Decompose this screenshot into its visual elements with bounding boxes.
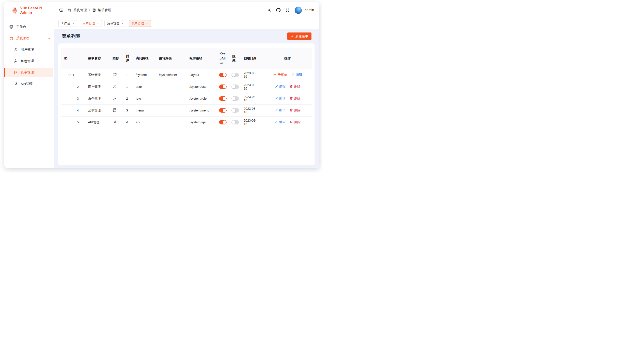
avatar[interactable]: [294, 7, 302, 14]
cell-actions: 编辑删除: [263, 93, 312, 105]
sidebar-item-menu[interactable]: 菜单管理: [4, 68, 53, 77]
switch-knob: [223, 109, 226, 112]
action-label: 编辑: [279, 108, 286, 112]
switch-knob: [223, 73, 226, 77]
cell-order: 3: [122, 105, 132, 116]
collapse-sidebar-icon[interactable]: [58, 8, 63, 13]
sidebar-item-label: 系统管理: [16, 36, 30, 40]
keepalive-toggle[interactable]: [219, 85, 226, 89]
action-edit-button[interactable]: 编辑: [274, 120, 286, 124]
action-label: 删除: [294, 96, 300, 101]
content: 菜单列表 新建菜单 ID菜单名称图标排序访问路径跳转路径组件路径KeepAliv…: [54, 29, 319, 168]
tab-workbench[interactable]: 工作台: [58, 20, 77, 27]
cell-icon: [109, 69, 122, 81]
sidebar-item-role[interactable]: 角色管理: [4, 56, 54, 66]
cell-created-date: 2023-08-16: [240, 116, 263, 128]
action-edit-button[interactable]: 编辑: [291, 73, 302, 77]
switch-knob: [232, 97, 235, 100]
sidebar: Vue FastAPI Admin 工作台系统管理用户管理角色管理菜单管理API…: [4, 2, 54, 168]
cell-id: 4: [61, 105, 84, 116]
cell-keepalive: [216, 93, 229, 105]
tab-close-icon[interactable]: [72, 22, 74, 25]
column-header-path: 访问路径: [132, 48, 156, 69]
plus-icon: [273, 73, 276, 76]
switch-knob: [232, 85, 235, 89]
action-submenu-button[interactable]: 子菜单: [273, 73, 287, 77]
action-edit-button[interactable]: 编辑: [274, 96, 286, 101]
keepalive-toggle[interactable]: [219, 120, 226, 124]
sidebar-item-label: 工作台: [16, 25, 26, 29]
cell-path: menu: [132, 105, 156, 116]
cell-id: 3: [61, 93, 84, 105]
action-delete-button[interactable]: 删除: [290, 96, 300, 101]
tab-close-icon[interactable]: [97, 22, 99, 25]
sidebar-item-workbench[interactable]: 工作台: [4, 22, 54, 31]
theme-toggle-icon[interactable]: [267, 8, 271, 12]
tab-label: 用户管理: [82, 22, 95, 26]
cell-menu-name: API管理: [84, 116, 109, 128]
hidden-toggle[interactable]: [232, 120, 239, 124]
breadcrumb-label: 菜单管理: [98, 8, 111, 13]
keepalive-toggle[interactable]: [219, 96, 226, 101]
topbar-tools: admin: [267, 7, 314, 14]
new-menu-button[interactable]: 新建菜单: [287, 33, 312, 40]
menu-icon: [14, 70, 18, 75]
column-header-order: 排序: [122, 48, 132, 69]
cell-redirect: [156, 105, 186, 116]
tab-close-icon[interactable]: [121, 22, 124, 25]
switch-knob: [223, 121, 226, 124]
action-delete-button[interactable]: 删除: [290, 85, 300, 89]
action-edit-button[interactable]: 编辑: [274, 108, 286, 112]
keepalive-toggle[interactable]: [219, 108, 226, 113]
switch-knob: [232, 73, 235, 77]
github-icon[interactable]: [276, 8, 280, 12]
edit-icon: [274, 108, 278, 112]
breadcrumb-item-menu[interactable]: 菜单管理: [92, 8, 111, 13]
hidden-toggle[interactable]: [232, 96, 239, 101]
user-icon: [14, 47, 18, 52]
chicken-logo-icon: [12, 7, 18, 14]
sidebar-item-system[interactable]: 系统管理: [4, 34, 54, 43]
action-delete-button[interactable]: 删除: [290, 108, 300, 112]
cell-hidden: [229, 116, 240, 128]
sidebar-item-api[interactable]: API管理: [4, 79, 54, 89]
cell-created-date: 2023-08-16: [240, 105, 263, 116]
switch-knob: [232, 109, 235, 112]
chevron-down-icon[interactable]: [68, 73, 71, 77]
breadcrumb-item-system[interactable]: 系统管理: [68, 8, 87, 13]
app-window: Vue FastAPI Admin 工作台系统管理用户管理角色管理菜单管理API…: [4, 2, 319, 168]
action-delete-button[interactable]: 删除: [290, 120, 300, 124]
tab-menu[interactable]: 菜单管理: [129, 20, 151, 27]
action-edit-button[interactable]: 编辑: [274, 85, 286, 89]
tab-role[interactable]: 角色管理: [104, 20, 126, 27]
tab-user[interactable]: 用户管理: [80, 20, 102, 27]
username[interactable]: admin: [304, 8, 314, 12]
hidden-toggle[interactable]: [232, 73, 239, 77]
cell-icon: [109, 105, 122, 116]
system-icon: [68, 8, 72, 12]
cell-hidden: [229, 93, 240, 105]
sidebar-item-user[interactable]: 用户管理: [4, 45, 54, 54]
new-menu-button-label: 新建菜单: [296, 34, 308, 39]
cell-keepalive: [216, 81, 229, 93]
switch-knob: [223, 85, 226, 89]
app-logo[interactable]: Vue FastAPI Admin: [4, 2, 54, 19]
action-label: 删除: [294, 120, 300, 124]
user-icon: [112, 84, 117, 89]
hidden-toggle[interactable]: [232, 108, 239, 113]
cell-menu-name: 系统管理: [84, 69, 109, 81]
hidden-toggle[interactable]: [232, 85, 239, 89]
cell-redirect: [156, 81, 186, 93]
plus-icon: [291, 35, 294, 38]
fullscreen-icon[interactable]: [285, 8, 290, 12]
tab-close-icon[interactable]: [146, 22, 148, 25]
delete-icon: [290, 85, 293, 88]
cell-keepalive: [216, 105, 229, 116]
row-id: 1: [72, 73, 74, 77]
switch-knob: [223, 97, 226, 100]
keepalive-toggle[interactable]: [219, 73, 226, 77]
cell-id: 1: [61, 69, 84, 81]
action-label: 编辑: [279, 120, 286, 124]
cell-component: /system/role: [186, 93, 216, 105]
api-icon: [112, 120, 117, 124]
